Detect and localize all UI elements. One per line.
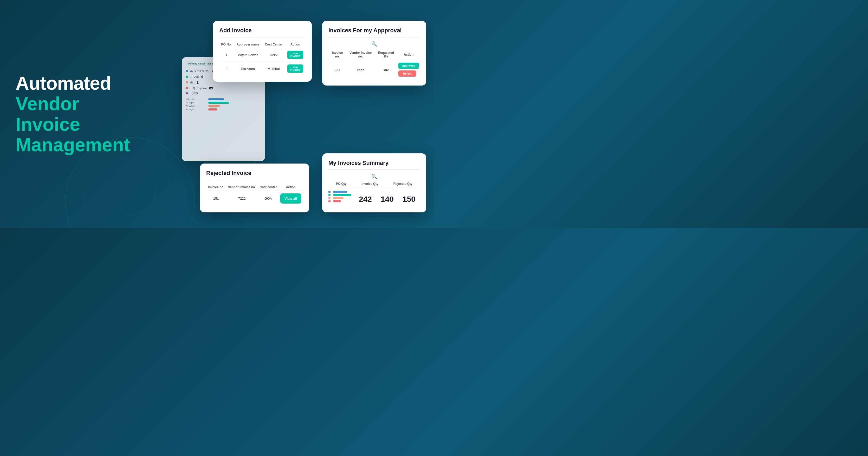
summary-values: 242 140 150: [354, 195, 420, 203]
po-no-1: 1: [219, 48, 234, 62]
sys-item-4: RFQ Response 89: [186, 85, 261, 91]
col-rej-qty: Rejected Qty: [394, 182, 412, 186]
bg-circle-3: [104, 163, 156, 215]
cost-center-2: Mumbai: [262, 62, 285, 76]
chart-bars: [329, 191, 352, 203]
add-invoice-table: PO No. Approver name Cost Center Action …: [219, 41, 306, 75]
vendor-inv-no-1: 6666: [346, 60, 375, 79]
col-inv-qty: Invoice Qty: [362, 182, 378, 186]
chart-bar-2: [329, 194, 352, 196]
hero-line3: Invoice: [16, 114, 130, 135]
col-po-qty: PO Qty: [336, 182, 347, 186]
approval-header-row: Invoice no. Vendor Invoice no. Requested…: [329, 50, 420, 60]
sys-dot-1: [186, 70, 188, 72]
sys-label-4: RFQ Response: [190, 87, 208, 90]
summary-rej-col: 150: [403, 195, 415, 203]
add-invoice-divider: [219, 37, 306, 37]
col-vendor-inv-no: Vendor Invoice no.: [346, 50, 375, 60]
sys-dot-3: [186, 82, 188, 84]
sys-dot-5: [186, 92, 188, 94]
add-invoice-button-2[interactable]: ADDINVOICE: [287, 64, 303, 73]
bar-label-4: All Rejec...: [186, 108, 207, 110]
bar-label-2: All Appro...: [186, 101, 207, 104]
chart-bar-3: [329, 197, 352, 199]
action-cell-2: ADDINVOICE: [285, 62, 306, 76]
chart-dot-2: [329, 194, 331, 196]
table-row: 151 7222 GOA View all: [206, 191, 303, 206]
col-cost-center-r: Cost center: [258, 184, 279, 191]
sys-val-4: 89: [209, 86, 213, 90]
action-cell-rejected: View all: [279, 191, 303, 206]
table-row: 231 6666 Ravi Approved Reject: [329, 60, 420, 79]
col-po-no: PO No.: [219, 41, 234, 48]
bar-label-1: PO Hold: [186, 98, 207, 100]
sys-val-3: 1: [196, 80, 199, 85]
col-cost-center: Cost Center: [262, 41, 285, 48]
sys-label-5: ...(218): [190, 92, 198, 95]
bar-3: [208, 105, 220, 107]
po-no-2: 2: [219, 62, 234, 76]
summary-card: My Invoices Summary 🔍 PO Qty Invoice Qty…: [322, 153, 426, 213]
search-icon[interactable]: 🔍: [371, 41, 377, 46]
col-vendor-inv-no-r: Vendor Invoice no.: [226, 184, 258, 191]
chart-dot-1: [329, 191, 331, 193]
chart-dot-3: [329, 197, 331, 199]
invoice-qty-value: 140: [381, 195, 394, 203]
rejected-invoice-card: Rejected Invoice Invoice no. Vendor Invo…: [200, 164, 309, 213]
col-inv-no: Invoice no.: [329, 50, 346, 60]
add-invoice-header-row: PO No. Approver name Cost Center Action: [219, 41, 306, 48]
approver-1: Mayur Gowda: [234, 48, 262, 62]
chart-fill-4: [333, 200, 341, 202]
sys-dot-2: [186, 76, 188, 78]
summary-po-col: 242: [359, 195, 372, 203]
sys-label-2: RF Data: [190, 75, 199, 78]
rejected-divider: [206, 180, 303, 180]
chart-bar-1: [329, 191, 352, 193]
approval-card: Invoices For my Appproval 🔍 Invoice no. …: [322, 21, 426, 86]
hero-line2: Vendor: [16, 93, 130, 114]
bar-label-3: All Vend...: [186, 105, 207, 107]
rejected-title: Rejected Invoice: [206, 170, 303, 176]
cards-area: Pending Raised Task Statistics( 763 ) My…: [161, 0, 434, 228]
sys-bar-row-3: All Vend...: [186, 105, 261, 107]
approval-search-wrap: 🔍: [329, 41, 420, 47]
approval-title: Invoices For my Appproval: [329, 27, 420, 34]
chart-bar-4: [329, 200, 352, 202]
approver-2: Ria Arora: [234, 62, 262, 76]
hero-line1: Automated: [16, 73, 130, 93]
rejected-qty-value: 150: [403, 195, 415, 203]
bar-2: [208, 102, 229, 104]
reject-button[interactable]: Reject: [398, 70, 416, 77]
summary-inv-col: 140: [381, 195, 394, 203]
chart-dot-4: [329, 200, 331, 202]
approval-divider: [329, 37, 420, 37]
col-action: Action: [285, 41, 306, 48]
inv-no-1: 231: [329, 60, 346, 79]
table-row: 1 Mayur Gowda Delhi ADDINVOICE: [219, 48, 306, 62]
rejected-table: Invoice no. Vendor Invoice no. Cost cent…: [206, 184, 303, 206]
action-cell-1: ADDINVOICE: [285, 48, 306, 62]
add-invoice-button-1[interactable]: ADDINVOICE: [287, 51, 303, 59]
sys-label-3: My...: [190, 81, 195, 84]
summary-search-icon[interactable]: 🔍: [371, 174, 377, 179]
bar-4: [208, 108, 217, 110]
summary-title: My Invoices Summary: [329, 160, 420, 166]
summary-columns-header: PO Qty Invoice Qty Rejected Qty: [329, 182, 420, 188]
summary-chart-area: 242 140 150: [329, 191, 420, 203]
sys-bar-row-4: All Rejec...: [186, 108, 261, 110]
view-all-button[interactable]: View all: [280, 193, 301, 203]
summary-search-wrap: 🔍: [329, 174, 420, 180]
col-action: Action: [397, 50, 420, 60]
requested-by-1: Ravi: [375, 60, 397, 79]
sys-bar-row-1: PO Hold: [186, 98, 261, 100]
po-qty-value: 242: [359, 195, 372, 203]
hero-section: Automated Vendor Invoice Management: [16, 73, 130, 155]
chart-fill-2: [333, 194, 351, 196]
add-invoice-title: Add Invoice: [219, 27, 306, 34]
action-cell-approval: Approved Reject: [397, 60, 420, 79]
approved-button[interactable]: Approved: [398, 63, 419, 69]
vendor-inv-no-r-1: 7222: [226, 191, 258, 206]
chart-fill-3: [333, 197, 343, 199]
hero-line4: Management: [16, 135, 130, 155]
sys-val-2: 4: [201, 75, 203, 79]
